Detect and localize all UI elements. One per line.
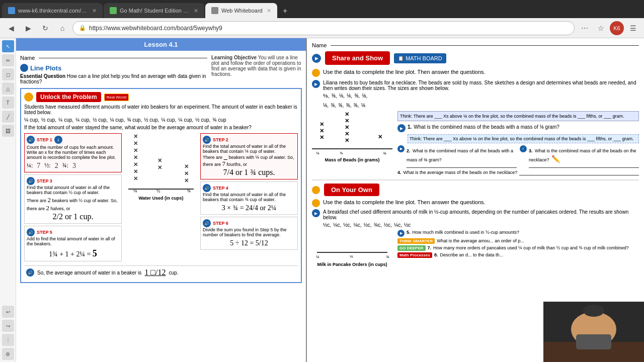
bead-nl-2: ⅜ (340, 151, 343, 155)
tool-more[interactable]: ⋮ (2, 334, 14, 346)
webcam-feed (543, 302, 644, 362)
conclusion-speaker[interactable]: 🔊 (26, 268, 34, 277)
share-btn[interactable]: Share and Show (325, 51, 390, 65)
bookmark-button[interactable]: ☆ (594, 21, 608, 35)
step3-detail: There are 2 beakers with ½ cup of water.… (27, 196, 119, 212)
extensions-button[interactable]: ⋯ (578, 21, 592, 35)
step1-answers: ¼:7 ½:2 ¾:3 (27, 162, 119, 170)
fractions-list: ¼ cup,½ cup,¼ cup,¼ cup,½ cup,¼ cup, ¾ c… (24, 117, 298, 123)
share-show-row: ▶ Share and Show 📋 MATH BOARD (312, 51, 639, 65)
step2-detail: There are beakers with ¼ cup of water. S… (203, 155, 295, 168)
q7-badge: GO DEEPER (397, 245, 426, 251)
step2-speaker[interactable]: 🔊 (203, 136, 211, 144)
step3-text: Find the total amount of water in all of… (27, 185, 119, 195)
q3-answer-line (529, 167, 639, 168)
tool-image[interactable]: 🖼 (2, 125, 14, 137)
tool-pointer[interactable]: ↖ (2, 40, 14, 52)
q1-num: 1. (408, 124, 412, 130)
bead-x-marks: ✕ ✕ ✕ ✕ ✕ ✕ ✕ ✕ (312, 111, 392, 151)
q3-icon: ✓ (520, 145, 527, 152)
q7-row: GO DEEPER 7. How many more orders of pan… (397, 245, 639, 251)
q8-badge: Math Processes (397, 252, 432, 258)
own-instruction: Use the data to complete the line plot. … (323, 199, 486, 205)
home-button[interactable]: ⌂ (55, 21, 69, 35)
tool-pen[interactable]: ✏ (2, 54, 14, 66)
col-three-quarter: ✕ ✕ ✕ (184, 163, 189, 184)
milk-nl-2: ½ (350, 254, 353, 259)
q6-row: THINK SMARTER What is the average amou..… (397, 238, 639, 244)
tab-thinkcentral[interactable]: www-k6.thinkcentral.com/dash... ✕ (2, 3, 103, 18)
tool-undo[interactable]: ↩ (2, 306, 14, 318)
tab-close-2[interactable]: ✕ (194, 8, 198, 14)
line-plot-left: ✕ ✕ ✕ ✕ ✕ ✕ ✕ ✕ ✕ (126, 133, 196, 263)
step4-speaker[interactable]: 🔊 (203, 184, 211, 192)
step1-speaker[interactable]: 🔊 (27, 136, 35, 144)
q2-text: What is the combined mass of all the bea… (407, 148, 513, 162)
q4-num: 4. (397, 170, 401, 175)
new-tab-button[interactable]: + (278, 4, 292, 18)
q3-text: What is the combined mass of all the bea… (529, 148, 636, 162)
step2-text: Find the total amount of water in all of… (203, 144, 295, 154)
col-eighth: ✕ ✕ ✕ (319, 121, 324, 141)
step6-speaker[interactable]: 🔊 (203, 219, 211, 227)
bead-nl-3: ¾ (383, 151, 386, 155)
think-text: Think: There are ___ Xs above ⅛ on the l… (400, 114, 624, 119)
tab-label-3: Web Whiteboard (221, 8, 263, 14)
tool-settings[interactable]: ⚙ (2, 348, 14, 360)
right-name-label: Name (312, 42, 327, 48)
q6-badge: THINK SMARTER (397, 238, 435, 244)
milk-section: ¼ ½ ¾ Milk in Pancake Orders (in cups) ▶… (312, 230, 639, 267)
forward-button[interactable]: ▶ (21, 21, 35, 35)
right-name-line: Name (312, 42, 639, 48)
tool-text[interactable]: T (2, 97, 14, 109)
nl-label-three-quarter: ¾ (187, 189, 191, 194)
tool-shapes[interactable]: △ (2, 82, 14, 95)
step3-speaker[interactable]: 🔊 (27, 177, 35, 185)
conclusion-unit: cup. (169, 270, 178, 276)
own-instruction-dot (312, 199, 320, 207)
q4-answer-line (519, 175, 639, 175)
step1-text: Count the number of cups for each amount… (27, 145, 119, 160)
tool-eraser[interactable]: ◻ (2, 68, 14, 80)
tab-close-3[interactable]: ✕ (267, 8, 271, 14)
name-line: Name (20, 55, 207, 61)
nl-label-quarter: ¼ (133, 189, 137, 194)
back-button[interactable]: ◀ (4, 21, 18, 35)
tab-close-1[interactable]: ✕ (92, 8, 97, 14)
url-text: https://www.webwhiteboard.com/board/5wey… (89, 25, 222, 32)
tab-favicon-2 (110, 7, 117, 14)
step6-box: 🔊 STEP 6 Divide the sum you found in Ste… (200, 217, 298, 250)
menu-button[interactable]: ☰ (626, 21, 640, 35)
tab-webwhiteboard[interactable]: Web Whiteboard ✕ (205, 3, 277, 18)
q2-icon: ▶ (397, 145, 405, 152)
url-bar[interactable]: 🔒 https://www.webwhiteboard.com/board/5w… (72, 21, 575, 35)
q8-badge-label: Math Processes (399, 253, 430, 257)
chef-context-row: ▶ A breakfast chef used different amount… (312, 209, 639, 220)
bead-context-row: ▶ Liliana needs to buy beads for a neckl… (312, 80, 639, 91)
on-your-own-btn[interactable]: On Your Own (324, 184, 379, 196)
tab-gomath[interactable]: Go Math! Student Edition eBo... ✕ (104, 3, 204, 18)
profile-button[interactable]: K6 (610, 21, 624, 35)
milk-questions: ▶ 5. How much milk combined is used in ½… (397, 230, 639, 267)
q2-num: 2. (407, 148, 411, 153)
milk-line-plot: ¼ ½ ¾ Milk in Pancake Orders (in cups) (312, 230, 392, 267)
name-underline (39, 58, 207, 58)
bead-line-plot: ✕ ✕ ✕ ✕ ✕ ✕ ✕ ✕ (312, 111, 392, 175)
section-dot (20, 64, 28, 72)
q1-text: What is the combined mass of the beads w… (414, 124, 559, 130)
reload-button[interactable]: ↻ (38, 21, 52, 35)
step5-speaker[interactable]: 🔊 (27, 228, 35, 236)
bead-number-line (312, 148, 392, 149)
unlock-section: Unlock the Problem Real World Students h… (20, 88, 302, 283)
on-your-own-row: On Your Own (312, 184, 639, 196)
tool-redo[interactable]: ↪ (2, 320, 14, 332)
q4-text: What is the average mass of the beads on… (404, 170, 518, 175)
q2-col: ▶ 2. What is the combined mass of all th… (397, 145, 517, 168)
bead-context: Liliana needs to buy beads for a necklac… (323, 80, 639, 91)
math-board: 📋 MATH BOARD (394, 53, 446, 63)
q3-num: 3. (529, 148, 533, 153)
unlock-banner: Unlock the Problem (36, 92, 101, 102)
q3-content: 3. What is the combined mass of all the … (529, 145, 639, 168)
essential-question: Essential Question How can a line plot h… (20, 73, 207, 84)
tool-line[interactable]: ╱ (2, 111, 14, 123)
